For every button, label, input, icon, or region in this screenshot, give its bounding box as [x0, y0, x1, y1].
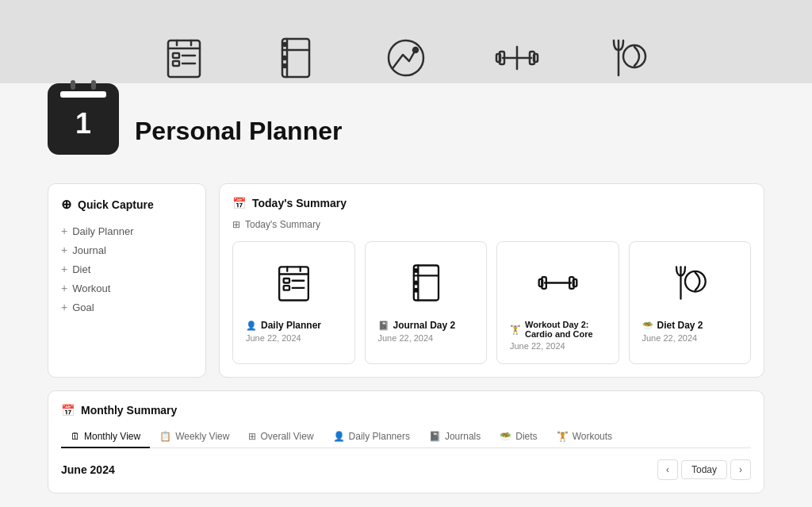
todays-summary-panel: 📅 Today's Summary ⊞ Today's Summary [219, 183, 764, 378]
quick-item-daily-planner[interactable]: + Daily Planner [61, 221, 193, 240]
quick-item-goal[interactable]: + Goal [61, 298, 193, 317]
card-title-icon-2: 📓 [378, 321, 389, 331]
todays-summary-title: Today's Summary [252, 197, 347, 209]
workout-card-icon-area [510, 255, 606, 310]
journal-card-date: June 22, 2024 [378, 333, 474, 343]
daily-planners-icon: 👤 [333, 431, 345, 442]
goal-banner-icon[interactable] [382, 34, 430, 82]
workouts-icon: 🏋 [557, 431, 569, 442]
quick-item-label-4: Workout [72, 282, 110, 294]
svg-point-15 [413, 48, 418, 52]
card-title-text-3: Workout Day 2: Cardio and Core [525, 320, 606, 339]
daily-planner-card-icon-area [246, 255, 342, 310]
svg-point-12 [283, 56, 286, 60]
tab-workouts[interactable]: 🏋 Workouts [547, 426, 622, 448]
tab-journals-label: Journals [445, 431, 481, 442]
diet-card[interactable]: 🥗 Diet Day 2 June 22, 2024 [629, 241, 752, 364]
card-title-icon-4: 🥗 [642, 321, 653, 331]
diet-banner-icon[interactable] [604, 34, 652, 82]
diets-icon: 🥗 [500, 431, 511, 442]
monthly-summary-header: 📅 Monthly Summary [61, 404, 751, 417]
quick-capture-title: Quick Capture [78, 198, 154, 211]
next-month-button[interactable]: › [730, 459, 751, 480]
svg-point-13 [283, 64, 286, 67]
journals-icon: 📓 [429, 431, 441, 442]
quick-item-label-1: Daily Planner [72, 225, 133, 237]
workout-card[interactable]: 🏋 Workout Day 2: Cardio and Core June 22… [496, 241, 619, 364]
plus-icon-2: + [61, 244, 67, 256]
nav-buttons: ‹ Today › [657, 459, 751, 480]
svg-rect-3 [173, 61, 179, 66]
page-title: Personal Planner [135, 117, 342, 146]
quick-item-label-5: Goal [72, 302, 94, 313]
quick-capture-header: ⊕ Quick Capture [61, 197, 193, 212]
journal-banner-icon[interactable] [271, 34, 319, 82]
diet-card-icon-area [642, 255, 738, 310]
summary-cards-row: 👤 Daily Planner June 22, 2024 [232, 241, 751, 364]
svg-rect-28 [283, 286, 289, 290]
daily-planner-banner-icon[interactable] [160, 34, 208, 82]
svg-point-46 [685, 271, 706, 291]
monthly-summary-panel: 📅 Monthly Summary 🗓 Monthly View 📋 Weekl… [48, 390, 764, 494]
overall-view-icon: ⊞ [248, 431, 256, 442]
tab-diets[interactable]: 🥗 Diets [490, 426, 546, 448]
daily-planner-card[interactable]: 👤 Daily Planner June 22, 2024 [232, 241, 355, 364]
journal-card-title: 📓 Journal Day 2 [378, 320, 474, 331]
journal-card-icon [404, 261, 447, 305]
workout-banner-icon[interactable] [493, 34, 541, 82]
tab-journals[interactable]: 📓 Journals [419, 426, 490, 448]
tab-daily-planners[interactable]: 👤 Daily Planners [324, 426, 419, 448]
grid-icon: ⊞ [232, 219, 240, 230]
main-content: 1 Personal Planner ⊕ Quick Capture + Dai… [0, 83, 812, 507]
quick-item-diet[interactable]: + Diet [61, 259, 193, 278]
diet-card-title: 🥗 Diet Day 2 [642, 320, 738, 331]
quick-item-label-3: Diet [72, 263, 90, 275]
monthly-view-icon: 🗓 [71, 431, 80, 442]
workout-card-date: June 22, 2024 [510, 341, 606, 351]
quick-item-journal[interactable]: + Journal [61, 240, 193, 259]
tab-monthly-view[interactable]: 🗓 Monthly View [61, 426, 150, 448]
quick-capture-icon: ⊕ [61, 197, 71, 212]
svg-point-37 [415, 281, 418, 284]
tab-daily-planners-label: Daily Planners [349, 431, 410, 442]
card-title-icon-3: 🏋 [510, 325, 521, 335]
diet-card-date: June 22, 2024 [642, 333, 738, 343]
plus-icon-3: + [61, 263, 67, 275]
plus-icon-5: + [61, 301, 67, 313]
tab-weekly-view-label: Weekly View [175, 431, 229, 442]
daily-planner-card-date: June 22, 2024 [246, 333, 342, 343]
monthly-footer: June 2024 ‹ Today › [61, 459, 751, 480]
quick-item-workout[interactable]: + Workout [61, 278, 193, 298]
workout-card-title: 🏋 Workout Day 2: Cardio and Core [510, 320, 606, 339]
monthly-calendar-icon: 📅 [61, 404, 75, 417]
tab-monthly-view-label: Monthly View [84, 431, 140, 442]
today-button[interactable]: Today [681, 460, 727, 479]
tab-weekly-view[interactable]: 📋 Weekly View [150, 426, 239, 448]
svg-rect-41 [538, 278, 542, 286]
workout-card-icon [536, 261, 580, 305]
card-title-text-4: Diet Day 2 [657, 320, 703, 331]
diet-card-icon [668, 261, 711, 305]
calendar-hooks [71, 80, 96, 90]
page-header: 1 Personal Planner [48, 83, 764, 169]
prev-month-button[interactable]: ‹ [657, 459, 678, 480]
monthly-tabs: 🗓 Monthly View 📋 Weekly View ⊞ Overall V… [61, 426, 751, 448]
journal-card[interactable]: 📓 Journal Day 2 June 22, 2024 [365, 241, 488, 364]
card-title-icon-1: 👤 [246, 321, 257, 331]
summary-calendar-icon: 📅 [232, 197, 246, 209]
panels-row: ⊕ Quick Capture + Daily Planner + Journa… [48, 183, 764, 378]
tab-overall-view[interactable]: ⊞ Overall View [239, 426, 323, 448]
card-title-text-2: Journal Day 2 [393, 320, 456, 331]
svg-point-24 [623, 45, 645, 67]
svg-rect-2 [173, 53, 179, 58]
tab-diets-label: Diets [515, 431, 537, 442]
svg-rect-27 [283, 278, 289, 283]
todays-summary-header: 📅 Today's Summary [232, 197, 751, 209]
summary-subtitle-text: Today's Summary [245, 219, 320, 230]
weekly-view-icon: 📋 [159, 431, 171, 442]
current-month-label: June 2024 [61, 463, 115, 476]
daily-planner-card-icon [272, 261, 316, 305]
tab-overall-view-label: Overall View [260, 431, 313, 442]
daily-planner-card-title: 👤 Daily Planner [246, 320, 342, 331]
svg-rect-43 [573, 278, 577, 286]
